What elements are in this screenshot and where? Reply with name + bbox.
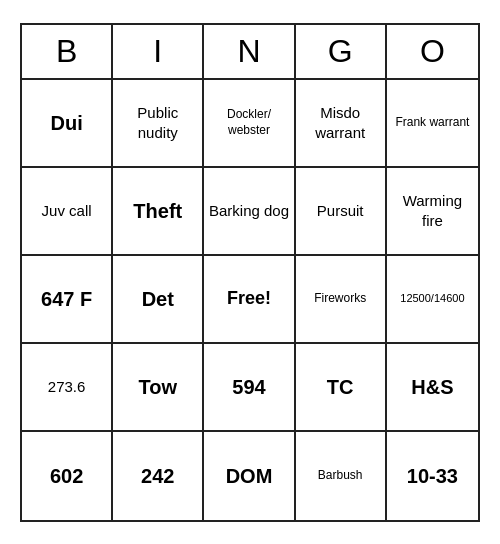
bingo-header: BINGO [22, 25, 478, 80]
bingo-cell: Misdo warrant [296, 80, 387, 168]
bingo-cell: 594 [204, 344, 295, 432]
bingo-cell: Fireworks [296, 256, 387, 344]
bingo-card: BINGO DuiPublic nudityDockler/ websterMi… [20, 23, 480, 522]
bingo-cell: DOM [204, 432, 295, 520]
bingo-cell: 273.6 [22, 344, 113, 432]
bingo-cell: 602 [22, 432, 113, 520]
bingo-cell: Warming fire [387, 168, 478, 256]
bingo-cell: 647 F [22, 256, 113, 344]
bingo-cell: Dui [22, 80, 113, 168]
bingo-cell: Free! [204, 256, 295, 344]
bingo-grid: DuiPublic nudityDockler/ websterMisdo wa… [22, 80, 478, 520]
bingo-cell: 10-33 [387, 432, 478, 520]
header-letter: I [113, 25, 204, 78]
bingo-cell: TC [296, 344, 387, 432]
bingo-cell: Theft [113, 168, 204, 256]
bingo-cell: Det [113, 256, 204, 344]
bingo-cell: Public nudity [113, 80, 204, 168]
bingo-cell: Barbush [296, 432, 387, 520]
bingo-cell: Frank warrant [387, 80, 478, 168]
bingo-cell: Barking dog [204, 168, 295, 256]
bingo-cell: 12500/14600 [387, 256, 478, 344]
bingo-cell: Tow [113, 344, 204, 432]
header-letter: B [22, 25, 113, 78]
bingo-cell: Juv call [22, 168, 113, 256]
bingo-cell: H&S [387, 344, 478, 432]
header-letter: G [296, 25, 387, 78]
bingo-cell: Dockler/ webster [204, 80, 295, 168]
header-letter: N [204, 25, 295, 78]
bingo-cell: Pursuit [296, 168, 387, 256]
bingo-cell: 242 [113, 432, 204, 520]
header-letter: O [387, 25, 478, 78]
